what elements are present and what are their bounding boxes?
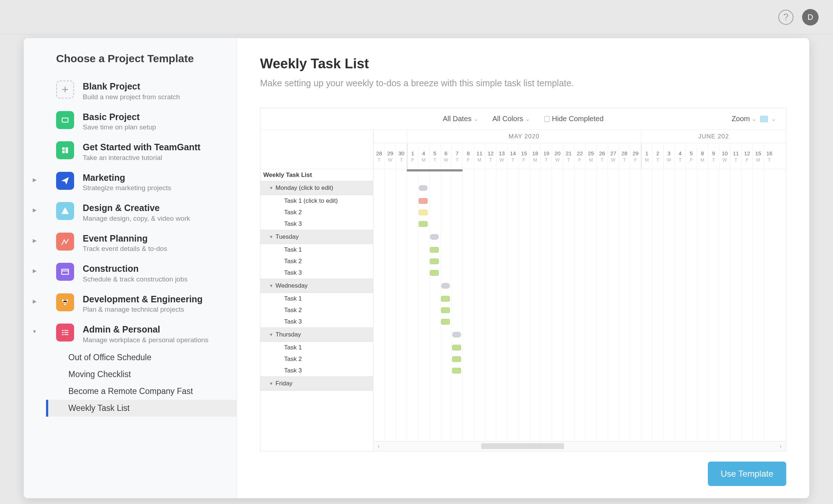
template-item-8[interactable]: ▼Admin & PersonalManage workplace & pers… [24, 319, 237, 349]
subtemplate-item[interactable]: Weekly Task List [46, 400, 237, 417]
gantt-group-header[interactable]: ▼ Friday [260, 376, 373, 391]
checkbox-icon[interactable] [544, 116, 550, 122]
chevron-down-icon: ⌄ [752, 116, 756, 122]
gantt-project-title[interactable]: Weekly Task List [260, 169, 373, 181]
gantt-area: Weekly Task List▼ Monday (click to edit)… [260, 130, 786, 451]
gantt-summary-bar[interactable] [430, 234, 439, 240]
subtemplate-item[interactable]: Out of Office Schedule [46, 349, 237, 366]
gantt-task-bar[interactable] [419, 210, 428, 215]
chevron-down-icon: ⌄ [474, 116, 478, 122]
gantt-task-bar[interactable] [452, 345, 461, 350]
gantt-task-label[interactable]: Task 1 [260, 293, 373, 304]
template-item-4[interactable]: ▶Design & CreativeManage design, copy, &… [24, 197, 237, 228]
sidebar-title: Choose a Project Template [24, 52, 237, 75]
avatar[interactable]: D [802, 9, 819, 26]
gantt-summary-bar[interactable] [419, 185, 428, 191]
gantt-group-header[interactable]: ▼ Thursday [260, 327, 373, 342]
gantt-task-bar[interactable] [441, 307, 450, 313]
chevron-right-icon[interactable]: ▶ [24, 172, 45, 183]
filter-dates-dropdown[interactable]: All Dates⌄ [443, 115, 478, 123]
template-title: Blank Project [83, 81, 229, 92]
template-item-0[interactable]: ▶Blank ProjectBuild a new project from s… [24, 75, 237, 106]
template-subtitle: Take an interactive tutorial [83, 154, 229, 162]
gantt-task-bar[interactable] [419, 221, 428, 227]
gantt-task-bar[interactable] [441, 296, 450, 302]
zoom-dropdown[interactable]: Zoom⌄ [732, 115, 756, 123]
month-label: JUNE 202 [641, 130, 786, 143]
gantt-group-header[interactable]: ▼ Monday (click to edit) [260, 181, 373, 195]
gantt-group-header[interactable]: ▼ Tuesday [260, 230, 373, 244]
date-column: 28T [373, 143, 384, 169]
scrollbar-thumb[interactable] [481, 443, 564, 449]
template-item-3[interactable]: ▶MarketingStrategize marketing projects [24, 167, 237, 197]
subtemplate-item[interactable]: Become a Remote Company Fast [46, 383, 237, 400]
date-column: 7T [451, 143, 463, 169]
gantt-preview: All Dates⌄ All Colors⌄ Hide Completed Zo… [260, 108, 786, 452]
gantt-summary-bar[interactable] [441, 283, 450, 289]
horizontal-scrollbar[interactable]: ‹ › [373, 441, 786, 451]
template-item-2[interactable]: ▶Get Started with TeamGanttTake an inter… [24, 136, 237, 167]
template-icon [56, 324, 74, 342]
gantt-task-bar[interactable] [430, 247, 439, 253]
gantt-task-bar[interactable] [452, 356, 461, 362]
gantt-task-label[interactable]: Task 2 [260, 353, 373, 365]
gantt-task-label[interactable]: Task 3 [260, 267, 373, 279]
gantt-task-label[interactable]: Task 2 [260, 256, 373, 267]
chevron-right-icon[interactable]: ▶ [24, 263, 45, 274]
subtemplate-item[interactable]: Moving Checklist [46, 366, 237, 383]
template-title: Development & Engineering [83, 293, 229, 305]
hide-completed-toggle[interactable]: Hide Completed [544, 115, 604, 123]
gantt-task-label[interactable]: Task 3 [260, 365, 373, 376]
date-column: 5F [686, 143, 697, 169]
date-column: 20W [552, 143, 563, 169]
template-item-7[interactable]: ▶Development & EngineeringPlan & manage … [24, 288, 237, 319]
gantt-task-bar[interactable] [430, 258, 439, 264]
template-item-6[interactable]: ▶ConstructionSchedule & track constructi… [24, 258, 237, 288]
date-column: 22F [574, 143, 585, 169]
template-item-5[interactable]: ▶Event PlanningTrack event details & to-… [24, 228, 237, 258]
chevron-down-icon: ⌄ [525, 116, 530, 122]
chevron-right-icon[interactable]: ▶ [24, 293, 45, 304]
gantt-task-bar[interactable] [452, 368, 461, 374]
month-label [373, 130, 407, 143]
gantt-task-label[interactable]: Task 1 (click to edit) [260, 195, 373, 207]
template-icon [56, 141, 74, 159]
date-column: 4M [418, 143, 429, 169]
gantt-task-label[interactable]: Task 1 [260, 342, 373, 353]
gantt-task-label[interactable]: Task 1 [260, 244, 373, 256]
svg-point-5 [62, 299, 64, 301]
gantt-task-bar[interactable] [430, 270, 439, 276]
help-icon[interactable]: ? [778, 10, 793, 25]
svg-rect-3 [65, 147, 68, 153]
preview-toolbar: All Dates⌄ All Colors⌄ Hide Completed Zo… [260, 108, 786, 130]
filter-colors-dropdown[interactable]: All Colors⌄ [492, 115, 530, 123]
date-column: 9T [708, 143, 719, 169]
gantt-task-label[interactable]: Task 2 [260, 207, 373, 218]
zoom-color-swatch[interactable] [760, 116, 768, 122]
chevron-right-icon[interactable]: ▶ [24, 202, 45, 213]
chevron-right-icon[interactable]: ▶ [24, 233, 45, 243]
template-icon [56, 172, 74, 190]
gantt-timeline[interactable]: MAY 2020JUNE 202 28T29W30T1F4M5T6W7T8F11… [373, 130, 786, 451]
gantt-task-label[interactable]: Task 2 [260, 304, 373, 316]
template-title: Event Planning [83, 233, 229, 244]
template-modal: Choose a Project Template ▶Blank Project… [24, 38, 809, 498]
use-template-button[interactable]: Use Template [708, 462, 786, 486]
gantt-task-bar[interactable] [441, 319, 450, 325]
scroll-right-icon[interactable]: › [780, 443, 782, 449]
gantt-task-bar[interactable] [419, 198, 428, 204]
date-column: 4T [674, 143, 686, 169]
gantt-group-header[interactable]: ▼ Wednesday [260, 279, 373, 293]
gantt-task-label[interactable]: Task 3 [260, 316, 373, 327]
date-column: 6W [440, 143, 451, 169]
scroll-left-icon[interactable]: ‹ [378, 443, 379, 449]
template-item-1[interactable]: ▶Basic ProjectSave time on plan setup [24, 106, 237, 137]
gantt-summary-bar[interactable] [452, 332, 461, 338]
svg-rect-1 [62, 147, 65, 150]
date-column: 12F [741, 143, 752, 169]
template-subtitle: Plan & manage technical projects [83, 306, 229, 313]
gantt-task-label[interactable]: Task 3 [260, 218, 373, 230]
chevron-down-icon[interactable]: ▼ [24, 324, 45, 334]
gantt-task-list: Weekly Task List▼ Monday (click to edit)… [260, 130, 373, 451]
timeline-indicator [407, 169, 463, 171]
